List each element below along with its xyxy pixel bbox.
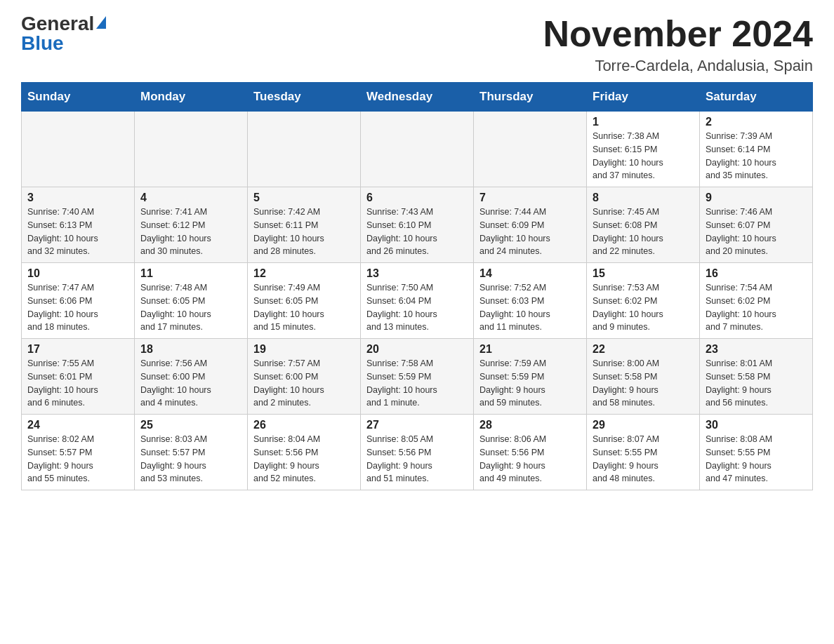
day-info: Sunrise: 8:08 AM Sunset: 5:55 PM Dayligh… (706, 433, 807, 485)
day-number: 3 (27, 192, 128, 204)
day-number: 23 (706, 343, 807, 356)
col-header-saturday: Saturday (700, 83, 813, 112)
calendar-cell: 2Sunrise: 7:39 AM Sunset: 6:14 PM Daylig… (700, 112, 813, 187)
day-info: Sunrise: 7:49 AM Sunset: 6:05 PM Dayligh… (253, 281, 355, 334)
day-number: 21 (479, 343, 581, 356)
day-info: Sunrise: 8:07 AM Sunset: 5:55 PM Dayligh… (593, 433, 694, 485)
day-number: 10 (27, 267, 128, 280)
calendar-cell (135, 112, 248, 187)
day-info: Sunrise: 8:02 AM Sunset: 5:57 PM Dayligh… (27, 433, 128, 485)
day-number: 24 (27, 419, 128, 431)
day-info: Sunrise: 7:40 AM Sunset: 6:13 PM Dayligh… (27, 206, 128, 258)
day-number: 25 (140, 419, 241, 431)
calendar-cell: 4Sunrise: 7:41 AM Sunset: 6:12 PM Daylig… (135, 187, 248, 263)
day-number: 28 (479, 419, 581, 431)
day-number: 20 (366, 343, 468, 356)
calendar-week-3: 10Sunrise: 7:47 AM Sunset: 6:06 PM Dayli… (22, 263, 813, 339)
day-number: 19 (253, 343, 355, 356)
day-info: Sunrise: 7:38 AM Sunset: 6:15 PM Dayligh… (593, 130, 694, 182)
day-number: 22 (593, 343, 694, 356)
day-number: 18 (140, 343, 241, 356)
calendar-cell: 3Sunrise: 7:40 AM Sunset: 6:13 PM Daylig… (22, 187, 135, 263)
day-number: 29 (593, 419, 694, 431)
calendar-cell: 15Sunrise: 7:53 AM Sunset: 6:02 PM Dayli… (587, 263, 700, 339)
calendar-cell: 18Sunrise: 7:56 AM Sunset: 6:00 PM Dayli… (135, 339, 248, 415)
logo-general-text: General (21, 13, 94, 34)
day-info: Sunrise: 8:04 AM Sunset: 5:56 PM Dayligh… (253, 433, 355, 485)
calendar-week-5: 24Sunrise: 8:02 AM Sunset: 5:57 PM Dayli… (22, 415, 813, 490)
day-info: Sunrise: 8:00 AM Sunset: 5:58 PM Dayligh… (593, 357, 694, 410)
day-info: Sunrise: 7:47 AM Sunset: 6:06 PM Dayligh… (27, 281, 128, 334)
calendar-cell: 8Sunrise: 7:45 AM Sunset: 6:08 PM Daylig… (587, 187, 700, 263)
day-number: 27 (366, 419, 468, 431)
day-number: 7 (479, 192, 581, 204)
calendar-cell: 9Sunrise: 7:46 AM Sunset: 6:07 PM Daylig… (700, 187, 813, 263)
day-info: Sunrise: 7:53 AM Sunset: 6:02 PM Dayligh… (593, 281, 694, 334)
day-info: Sunrise: 8:01 AM Sunset: 5:58 PM Dayligh… (706, 357, 807, 410)
calendar-cell: 14Sunrise: 7:52 AM Sunset: 6:03 PM Dayli… (474, 263, 587, 339)
calendar-cell: 10Sunrise: 7:47 AM Sunset: 6:06 PM Dayli… (22, 263, 135, 339)
calendar-cell: 26Sunrise: 8:04 AM Sunset: 5:56 PM Dayli… (248, 415, 361, 490)
calendar-cell: 6Sunrise: 7:43 AM Sunset: 6:10 PM Daylig… (361, 187, 474, 263)
calendar-cell (474, 112, 587, 187)
day-info: Sunrise: 8:05 AM Sunset: 5:56 PM Dayligh… (366, 433, 468, 485)
day-info: Sunrise: 7:48 AM Sunset: 6:05 PM Dayligh… (140, 281, 241, 334)
calendar-cell: 21Sunrise: 7:59 AM Sunset: 5:59 PM Dayli… (474, 339, 587, 415)
col-header-wednesday: Wednesday (361, 83, 474, 112)
calendar-cell: 28Sunrise: 8:06 AM Sunset: 5:56 PM Dayli… (474, 415, 587, 490)
calendar-cell: 20Sunrise: 7:58 AM Sunset: 5:59 PM Dayli… (361, 339, 474, 415)
day-number: 6 (366, 192, 468, 204)
day-info: Sunrise: 7:58 AM Sunset: 5:59 PM Dayligh… (366, 357, 468, 410)
day-number: 15 (593, 267, 694, 280)
day-info: Sunrise: 7:57 AM Sunset: 6:00 PM Dayligh… (253, 357, 355, 410)
calendar-cell: 19Sunrise: 7:57 AM Sunset: 6:00 PM Dayli… (248, 339, 361, 415)
logo-line2: Blue (21, 34, 106, 53)
day-info: Sunrise: 7:46 AM Sunset: 6:07 PM Dayligh… (706, 206, 807, 258)
day-info: Sunrise: 8:06 AM Sunset: 5:56 PM Dayligh… (479, 433, 581, 485)
day-info: Sunrise: 7:42 AM Sunset: 6:11 PM Dayligh… (253, 206, 355, 258)
day-number: 4 (140, 192, 241, 204)
day-number: 13 (366, 267, 468, 280)
logo-line1: General (21, 14, 106, 34)
day-info: Sunrise: 7:43 AM Sunset: 6:10 PM Dayligh… (366, 206, 468, 258)
month-title: November 2024 (543, 14, 813, 54)
day-number: 14 (479, 267, 581, 280)
calendar-cell (361, 112, 474, 187)
day-info: Sunrise: 7:39 AM Sunset: 6:14 PM Dayligh… (706, 130, 807, 182)
col-header-tuesday: Tuesday (248, 83, 361, 112)
day-info: Sunrise: 7:59 AM Sunset: 5:59 PM Dayligh… (479, 357, 581, 410)
day-number: 5 (253, 192, 355, 204)
calendar-header-row: SundayMondayTuesdayWednesdayThursdayFrid… (22, 83, 813, 112)
logo: General Blue (21, 14, 106, 53)
page-header: General Blue November 2024 Torre-Cardela… (21, 14, 813, 75)
calendar-week-2: 3Sunrise: 7:40 AM Sunset: 6:13 PM Daylig… (22, 187, 813, 263)
calendar-cell: 25Sunrise: 8:03 AM Sunset: 5:57 PM Dayli… (135, 415, 248, 490)
day-number: 30 (706, 419, 807, 431)
calendar-cell: 11Sunrise: 7:48 AM Sunset: 6:05 PM Dayli… (135, 263, 248, 339)
col-header-friday: Friday (587, 83, 700, 112)
day-info: Sunrise: 7:56 AM Sunset: 6:00 PM Dayligh… (140, 357, 241, 410)
calendar-cell: 27Sunrise: 8:05 AM Sunset: 5:56 PM Dayli… (361, 415, 474, 490)
location-title: Torre-Cardela, Andalusia, Spain (543, 57, 813, 75)
title-block: November 2024 Torre-Cardela, Andalusia, … (543, 14, 813, 75)
calendar-cell: 1Sunrise: 7:38 AM Sunset: 6:15 PM Daylig… (587, 112, 700, 187)
day-info: Sunrise: 7:50 AM Sunset: 6:04 PM Dayligh… (366, 281, 468, 334)
day-number: 17 (27, 343, 128, 356)
calendar-cell: 23Sunrise: 8:01 AM Sunset: 5:58 PM Dayli… (700, 339, 813, 415)
day-info: Sunrise: 7:44 AM Sunset: 6:09 PM Dayligh… (479, 206, 581, 258)
day-number: 2 (706, 116, 807, 128)
calendar-cell: 22Sunrise: 8:00 AM Sunset: 5:58 PM Dayli… (587, 339, 700, 415)
calendar-cell: 5Sunrise: 7:42 AM Sunset: 6:11 PM Daylig… (248, 187, 361, 263)
col-header-thursday: Thursday (474, 83, 587, 112)
day-info: Sunrise: 7:52 AM Sunset: 6:03 PM Dayligh… (479, 281, 581, 334)
day-info: Sunrise: 7:45 AM Sunset: 6:08 PM Dayligh… (593, 206, 694, 258)
calendar-week-4: 17Sunrise: 7:55 AM Sunset: 6:01 PM Dayli… (22, 339, 813, 415)
calendar-cell: 16Sunrise: 7:54 AM Sunset: 6:02 PM Dayli… (700, 263, 813, 339)
col-header-sunday: Sunday (22, 83, 135, 112)
calendar-cell (248, 112, 361, 187)
day-number: 8 (593, 192, 694, 204)
calendar-cell: 17Sunrise: 7:55 AM Sunset: 6:01 PM Dayli… (22, 339, 135, 415)
day-number: 16 (706, 267, 807, 280)
day-info: Sunrise: 8:03 AM Sunset: 5:57 PM Dayligh… (140, 433, 241, 485)
calendar-cell (22, 112, 135, 187)
